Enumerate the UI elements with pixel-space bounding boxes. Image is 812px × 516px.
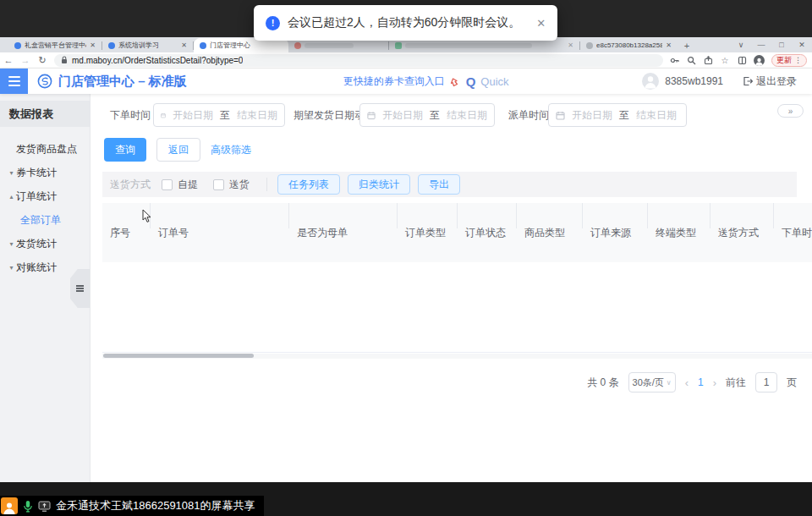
quick-entry-area: 更快捷的券卡查询入口 Q Quick xyxy=(343,74,509,89)
expand-filters-button[interactable]: » xyxy=(777,104,804,118)
col-order-type: 订单类型 xyxy=(398,203,458,262)
tab-close-icon[interactable]: ✕ xyxy=(568,41,573,49)
tab-favicon xyxy=(108,42,115,49)
col-product-type: 商品类型 xyxy=(517,203,583,262)
page-title: 门店管理中心 – 标准版 xyxy=(58,74,187,90)
advanced-filter-link[interactable]: 高级筛选 xyxy=(211,143,251,157)
hamburger-icon xyxy=(8,76,20,78)
lock-icon xyxy=(61,56,68,64)
self-pickup-label: 自提 xyxy=(178,178,198,192)
chevron-down-icon: ▾ xyxy=(8,240,15,248)
zoom-icon[interactable] xyxy=(686,55,696,65)
sidebar-item-shipment-inventory[interactable]: 发货商品盘点 xyxy=(0,137,90,161)
page-size-select[interactable]: 30条/页 ∨ xyxy=(628,372,676,392)
screen-share-text: 金禾通技术王斌18662591081的屏幕共享 xyxy=(56,498,255,513)
tab-group-icon[interactable] xyxy=(737,55,747,65)
table-header: 序号 订单号 是否为母单 订单类型 订单状态 商品类型 订单来源 终端类型 送货… xyxy=(102,203,812,262)
col-order-no: 订单号 xyxy=(151,203,289,262)
minimize-icon[interactable]: — xyxy=(751,41,771,49)
tab-favicon xyxy=(294,42,301,49)
coupon-query-link[interactable]: 更快捷的券卡查询入口 xyxy=(343,74,445,89)
col-order-time: 下单时间 xyxy=(774,203,812,262)
url-bar[interactable]: md.maboy.cn/OrderStatisticsDetail?objtyp… xyxy=(54,54,663,67)
chrome-update-button[interactable]: 更新 ⋮ xyxy=(771,54,807,67)
tab-close-icon[interactable]: ✕ xyxy=(181,41,187,49)
sidebar-toggle-button[interactable] xyxy=(0,69,28,94)
quick-label[interactable]: Quick xyxy=(480,75,508,88)
microphone-icon xyxy=(23,500,33,513)
forward-icon[interactable]: → xyxy=(17,55,34,65)
presenter-icon xyxy=(1,497,18,514)
tab-favicon xyxy=(14,42,21,49)
chevron-up-icon: ▴ xyxy=(8,193,15,200)
self-pickup-checkbox-wrap[interactable]: 自提 xyxy=(162,178,198,192)
sidebar-item-delivery-stats[interactable]: ▾ 发货统计 xyxy=(0,232,90,255)
prev-page-icon[interactable]: ‹ xyxy=(685,376,689,389)
browser-tab-hash[interactable]: e8c573080b1328a258fd2e6 ✕ xyxy=(580,38,678,52)
goto-page-input[interactable] xyxy=(755,372,777,392)
sidebar-item-all-orders-active[interactable]: 全部订单 xyxy=(0,208,90,232)
classified-stats-button[interactable]: 归类统计 xyxy=(348,174,410,195)
col-is-parent-order: 是否为母单 xyxy=(289,203,398,262)
toast-close-icon[interactable]: ✕ xyxy=(536,17,546,30)
col-order-status: 订单状态 xyxy=(458,203,517,262)
key-icon[interactable] xyxy=(669,55,679,65)
tab-close-icon[interactable]: ✕ xyxy=(90,41,96,49)
bottom-dark-bar: 金禾通技术王斌18662591081的屏幕共享 xyxy=(0,482,812,516)
filter-label-dispatch-time: 派单时间 xyxy=(508,103,549,127)
update-label: 更新 xyxy=(776,55,792,66)
dispatch-time-range-input[interactable]: 开始日期 至 结束日期 xyxy=(548,103,687,127)
next-page-icon[interactable]: › xyxy=(713,376,716,389)
tab-favicon xyxy=(395,42,402,49)
horizontal-scrollbar-thumb[interactable] xyxy=(103,354,254,358)
logout-button[interactable]: 退出登录 xyxy=(743,74,797,89)
sidebar-item-order-stats[interactable]: ▴ 订单统计 xyxy=(0,184,90,208)
table-toolbar: 送货方式 自提 送货 任务列表 归类统计 导出 xyxy=(102,172,797,197)
profile-avatar-icon[interactable] xyxy=(754,55,765,66)
sidebar-section-data-reports[interactable]: 数据报表 xyxy=(0,101,90,127)
current-page-number[interactable]: 1 xyxy=(698,376,704,388)
close-window-icon[interactable]: ✕ xyxy=(792,41,812,49)
tab-title-unreadable xyxy=(405,43,532,48)
checkbox-icon[interactable] xyxy=(213,179,224,190)
share-icon[interactable] xyxy=(703,55,713,65)
action-button-row: 查询 返回 高级筛选 xyxy=(104,138,251,162)
browser-tab-training[interactable]: 系统培训学习 ✕ xyxy=(102,38,193,52)
browser-tab-giftbox[interactable]: 礼盒营销平台管理中心 ✕ xyxy=(8,38,102,52)
quick-search-icon[interactable]: Q xyxy=(466,74,476,89)
double-chevron-icon: » xyxy=(788,107,793,116)
query-button[interactable]: 查询 xyxy=(104,138,146,162)
goto-label: 前往 xyxy=(726,376,746,390)
sidebar: 数据报表 发货商品盘点 ▾ 券卡统计 ▴ 订单统计 全部订单 ▾ 发货统计 ▾ … xyxy=(0,94,91,482)
range-separator: 至 xyxy=(220,108,230,123)
sidebar-item-coupon-stats[interactable]: ▾ 券卡统计 xyxy=(0,161,90,184)
checkbox-icon[interactable] xyxy=(162,179,173,190)
tab-close-icon[interactable]: ✕ xyxy=(666,41,672,49)
back-icon[interactable]: ← xyxy=(0,55,17,65)
reload-icon[interactable]: ↻ xyxy=(34,55,51,66)
toast-message: 会议已超过2人，自动转为60分钟限时会议。 xyxy=(288,15,520,30)
new-tab-button[interactable]: + xyxy=(678,38,696,52)
logout-icon xyxy=(743,76,753,86)
col-terminal-type: 终端类型 xyxy=(648,203,710,262)
tab-favicon xyxy=(200,42,206,49)
title-dash: – xyxy=(138,74,145,88)
browser-menu-icon[interactable]: ⋮ xyxy=(794,56,802,64)
export-button[interactable]: 导出 xyxy=(418,174,460,195)
order-time-range-input[interactable]: 开始日期 至 结束日期 xyxy=(153,103,285,127)
maximize-icon[interactable]: □ xyxy=(771,41,792,49)
tab-title: 门店管理中心 xyxy=(210,41,250,50)
back-button[interactable]: 返回 xyxy=(156,138,200,162)
start-date-placeholder: 开始日期 xyxy=(572,108,612,123)
globe-icon xyxy=(586,42,593,49)
horizontal-scrollbar-track[interactable] xyxy=(102,354,812,359)
app-logo xyxy=(37,74,52,89)
tab-search-icon[interactable]: ∨ xyxy=(731,41,751,49)
expected-delivery-range-input[interactable]: 开始日期 至 结束日期 xyxy=(359,103,495,127)
end-date-placeholder: 结束日期 xyxy=(636,108,677,123)
sidebar-collapse-handle[interactable] xyxy=(70,269,90,308)
col-delivery-method: 送货方式 xyxy=(710,203,774,262)
bookmark-star-icon[interactable]: ☆ xyxy=(720,55,730,65)
task-list-button[interactable]: 任务列表 xyxy=(277,174,340,195)
delivery-checkbox-wrap[interactable]: 送货 xyxy=(213,178,250,192)
